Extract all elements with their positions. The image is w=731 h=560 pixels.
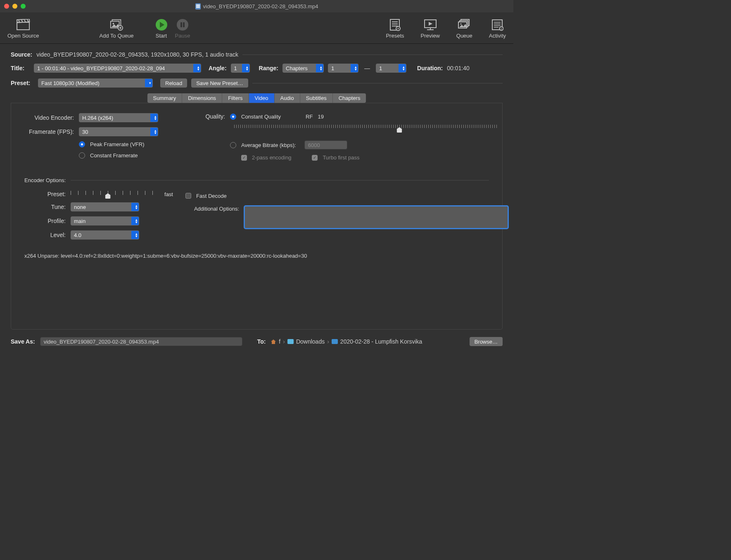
title-label: Title: [11,65,30,71]
framerate-dropdown[interactable]: 30 ▴▾ [79,127,158,136]
add-to-queue-button[interactable]: Add To Queue [96,18,137,39]
constant-quality-radio[interactable] [230,114,236,120]
preset-label: Preset: [11,80,34,86]
queue-label: Queue [456,33,472,39]
framerate-value: 30 [82,129,88,135]
range-end-dropdown[interactable]: 1 ▴▾ [376,64,406,73]
level-dropdown[interactable]: 4.0 ▴▾ [71,230,139,240]
avg-bitrate-radio[interactable] [230,142,236,148]
preview-button[interactable]: Preview [418,18,443,39]
quality-slider[interactable] [234,125,498,131]
enc-preset-value: fast [164,191,173,197]
document-icon [195,3,201,9]
fast-decode-label: Fast Decode [196,193,227,199]
save-as-input[interactable] [40,337,242,346]
window-title-text: video_BYEDP190807_2020-02-28_094353.mp4 [203,3,318,9]
fast-decode-checkbox[interactable] [185,193,191,199]
browse-button[interactable]: Browse… [470,337,503,346]
images-stack-icon [457,18,471,32]
title-dropdown[interactable]: 1 - 00:01:40 - video_BYEDP190807_2020-02… [34,64,201,73]
tab-audio[interactable]: Audio [275,93,300,103]
video-encoder-dropdown[interactable]: H.264 (x264) ▴▾ [79,113,158,122]
peak-framerate-radio[interactable] [79,141,85,147]
activity-log-icon: i [490,18,504,32]
titlebar: video_BYEDP190807_2020-02-28_094353.mp4 [0,0,513,12]
folder-icon [332,339,338,344]
queue-button[interactable]: Queue [453,18,476,39]
addl-options-label: Additional Options: [185,206,239,212]
profile-label: Profile: [24,218,66,224]
svg-rect-0 [17,22,29,30]
avg-bitrate-label: Average Bitrate (kbps): [241,142,296,148]
save-new-preset-button[interactable]: Save New Preset… [191,78,248,88]
svg-point-28 [460,24,462,25]
quality-label: Quality: [202,113,225,120]
duration-label: Duration: [417,65,443,71]
range-label: Range: [259,65,278,71]
addl-options-input[interactable] [244,206,508,229]
profile-dropdown[interactable]: main ▴▾ [71,216,139,225]
start-button[interactable]: Start [151,18,172,39]
source-text: video_BYEDP190807_2020-02-28_094353, 192… [36,51,238,58]
preset-value: Fast 1080p30 (Modified) [41,80,100,86]
monitor-play-icon [423,18,437,32]
peak-framerate-label: Peak Framerate (VFR) [90,141,144,147]
minimize-window-button[interactable] [12,4,17,9]
crumb-sep-icon: › [327,338,329,345]
two-pass-label: 2-pass encoding [252,154,291,161]
tune-dropdown[interactable]: none ▴▾ [71,202,139,211]
folder-icon [287,339,294,344]
svg-point-21 [398,28,399,29]
video-encoder-value: H.264 (x264) [82,115,113,121]
duration-value: 00:01:40 [447,65,470,71]
add-to-queue-label: Add To Queue [100,33,134,39]
range-start-dropdown[interactable]: 1 ▴▾ [328,64,358,73]
enc-preset-slider[interactable] [71,191,155,197]
presets-button[interactable]: Presets [382,18,407,39]
title-dropdown-value: 1 - 00:01:40 - video_BYEDP190807_2020-02… [37,65,165,71]
preset-dropdown[interactable]: Fast 1080p30 (Modified) ▾ [38,78,153,88]
tab-dimensions[interactable]: Dimensions [182,93,222,103]
path-breadcrumb: f › Downloads › 2020-02-28 - Lumpfish Ko… [271,338,422,345]
start-label: Start [156,33,167,39]
open-source-button[interactable]: Open Source [4,18,43,39]
tab-video[interactable]: Video [249,93,275,103]
level-value: 4.0 [74,232,81,238]
tab-subtitles[interactable]: Subtitles [300,93,333,103]
video-panel: Video Encoder: H.264 (x264) ▴▾ Framerate… [11,103,503,330]
tab-summary[interactable]: Summary [147,93,183,103]
tab-filters[interactable]: Filters [222,93,249,103]
rf-label: RF [306,114,313,120]
svg-text:i: i [501,27,502,30]
open-source-label: Open Source [7,33,39,39]
path-folder[interactable]: 2020-02-28 - Lumpfish Korsvika [340,338,422,345]
home-icon [271,339,276,344]
bottom-bar: Save As: To: f › Downloads › 2020-02-28 … [0,337,513,354]
path-user[interactable]: f [279,338,280,345]
close-window-button[interactable] [4,4,9,9]
to-label: To: [257,338,266,345]
svg-line-5 [27,19,28,22]
reload-button[interactable]: Reload [160,78,187,88]
encoder-options-label: Encoder Options: [24,177,66,183]
presets-label: Presets [386,33,404,39]
constant-framerate-radio[interactable] [79,152,85,159]
tune-label: Tune: [24,204,66,210]
range-dash: — [363,65,372,71]
pause-label: Pause [175,33,190,39]
angle-label: Angle: [209,65,227,71]
range-type-dropdown[interactable]: Chapters ▴▾ [282,64,324,73]
constant-quality-label: Constant Quality [241,114,281,120]
zoom-window-button[interactable] [21,4,26,9]
range-type-value: Chapters [286,65,308,71]
angle-value: 1 [234,65,237,71]
preview-label: Preview [421,33,440,39]
profile-value: main [74,218,85,224]
path-downloads[interactable]: Downloads [296,338,325,345]
tune-value: none [74,204,86,210]
angle-dropdown[interactable]: 1 ▴▾ [231,64,250,73]
activity-button[interactable]: i Activity [486,18,509,39]
rf-value: 19 [318,114,323,120]
turbo-checkbox [312,155,318,161]
tab-chapters[interactable]: Chapters [333,93,366,103]
